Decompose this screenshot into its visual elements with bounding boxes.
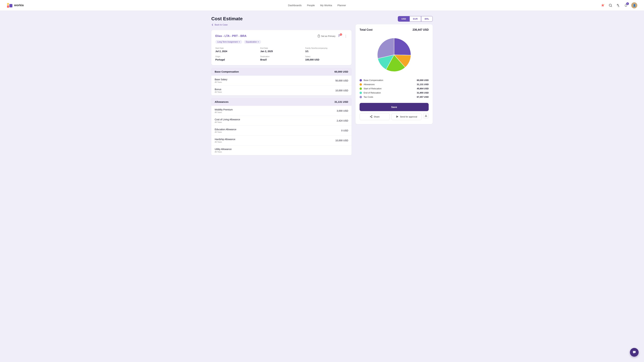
share-button[interactable]: Share — [360, 113, 390, 120]
nav-planner[interactable]: Planner — [338, 3, 346, 7]
allowances-header[interactable]: Allowances 31,131 USD — [211, 98, 352, 106]
line-item-hardship-allowance: Hardship Allowance All Years 10,000 USD — [211, 136, 352, 145]
send-icon — [396, 115, 399, 118]
detail-salary: Salary 100,000 USD — [305, 55, 348, 61]
translate-icon — [616, 4, 620, 7]
case-card: Elias - LTA - PRT - BRA Set as Primary — [211, 30, 352, 65]
right-panel: USD EUR BRL Total Cost 236,447 USD — [356, 16, 433, 158]
line-item-education-allowance: Education Allowance All Years 0 USD — [211, 126, 352, 136]
legend-label: End of Relocation — [364, 91, 381, 94]
ai-button[interactable] — [600, 3, 605, 8]
allowances-total: 31,131 USD — [334, 100, 348, 103]
legend-label: Allowances — [364, 83, 375, 86]
ai-icon — [601, 3, 604, 7]
legend-label: Base Compensation — [364, 79, 383, 81]
case-title: Elias - LTA - PRT - BRA — [215, 34, 246, 38]
svg-point-7 — [370, 116, 371, 117]
download-button[interactable] — [423, 113, 429, 118]
assignment-badge[interactable]: Long Term Assignment — [215, 40, 242, 44]
currency-eur-button[interactable]: EUR — [410, 16, 421, 22]
legend-item: Tax Costs 67,457 USD — [360, 96, 429, 98]
left-panel: Cost Estimate Back to Case Elias - LTA -… — [211, 16, 352, 158]
app-header: workia Dashboards People My Workia Plann… — [0, 0, 644, 11]
nav-my-workia[interactable]: My Workia — [320, 3, 332, 7]
legend-item: Allowances 31,131 USD — [360, 83, 429, 86]
workia-logo-icon — [7, 2, 13, 8]
svg-rect-4 — [318, 35, 320, 37]
back-to-case-link[interactable]: Back to Case — [211, 23, 352, 26]
legend-dot — [360, 87, 362, 90]
download-icon — [425, 114, 427, 117]
user-avatar[interactable]: 👤 — [631, 2, 637, 8]
equalization-badge[interactable]: Equalization — [244, 40, 261, 44]
base-compensation-section: Base Compensation 60,000 USD Base Salary… — [211, 68, 352, 95]
save-button[interactable]: Save — [360, 103, 429, 111]
search-button[interactable] — [608, 3, 613, 8]
total-cost-value: 236,447 USD — [412, 28, 429, 31]
share-icon — [370, 115, 372, 118]
allowances-title: Allowances — [215, 100, 228, 103]
logo[interactable]: workia — [7, 2, 24, 8]
action-row: Share Send for approval — [360, 113, 429, 120]
line-item-utility-allowance: Utility Allowance All Years — [211, 145, 352, 155]
set-primary-button[interactable]: Set as Primary — [318, 35, 336, 37]
legend-label: Start of Relocation — [364, 87, 382, 90]
legend-dot — [360, 79, 362, 81]
search-icon — [609, 4, 612, 7]
base-compensation-header[interactable]: Base Compensation 60,000 USD — [211, 68, 352, 75]
pie-chart-container — [360, 35, 429, 75]
currency-brl-button[interactable]: BRL — [421, 16, 433, 22]
detail-destination: Destination Brazil — [260, 55, 302, 61]
base-compensation-total: 60,000 USD — [334, 70, 348, 73]
svg-point-6 — [372, 117, 372, 118]
clipboard-icon — [318, 35, 320, 37]
chat-icon — [632, 350, 636, 354]
legend-item: Start of Relocation 45,904 USD — [360, 87, 429, 90]
main-nav: Dashboards People My Workia Planner — [34, 3, 600, 7]
flag-count: 1 — [340, 33, 342, 36]
case-badges: Long Term Assignment Equalization — [215, 40, 348, 44]
chevron-down-icon-2 — [258, 41, 259, 43]
cost-card: Total Cost 236,447 USD — [356, 24, 433, 124]
currency-usd-button[interactable]: USD — [398, 16, 410, 22]
legend-dot — [360, 92, 362, 94]
chat-button[interactable] — [630, 348, 639, 357]
header-actions: 1 👤 — [600, 2, 637, 8]
main-layout: Cost Estimate Back to Case Elias - LTA -… — [204, 11, 440, 163]
legend-value: 31,955 USD — [417, 91, 429, 94]
line-item-mobility-premium: Mobility Premium All Years 3,000 USD — [211, 106, 352, 116]
more-options-button[interactable]: ⋮ — [344, 34, 348, 38]
legend-value: 45,904 USD — [417, 87, 429, 90]
chevron-down-icon — [238, 41, 240, 43]
detail-end-date: End Date Jan 2, 2025 — [260, 47, 302, 53]
legend-dot — [360, 83, 362, 86]
translate-button[interactable] — [616, 3, 620, 8]
total-cost-label: Total Cost — [360, 28, 372, 31]
legend-label: Tax Costs — [364, 96, 373, 98]
svg-rect-0 — [7, 5, 9, 8]
page-title: Cost Estimate — [211, 16, 352, 21]
legend-value: 67,457 USD — [417, 96, 429, 98]
detail-family: Family Size/Accompanying 1/1 — [305, 47, 348, 53]
pie-chart-final — [374, 35, 414, 75]
flag-button[interactable]: 1 — [338, 34, 342, 38]
cost-legend: Base Compensation 60,000 USD Allowances … — [360, 79, 429, 98]
legend-value: 60,000 USD — [417, 79, 429, 81]
nav-people[interactable]: People — [307, 3, 315, 7]
base-compensation-title: Base Compensation — [215, 70, 239, 73]
legend-dot — [360, 96, 362, 98]
notifications-button[interactable]: 1 — [624, 3, 628, 8]
svg-point-5 — [372, 115, 372, 116]
nav-dashboards[interactable]: Dashboards — [288, 3, 302, 7]
currency-toggle: USD EUR BRL — [356, 16, 433, 22]
notification-count: 1 — [626, 2, 629, 5]
legend-item: End of Relocation 31,955 USD — [360, 91, 429, 94]
line-item-col-allowance: Cost of Living Allowance All Years 2,424… — [211, 116, 352, 126]
case-header: Elias - LTA - PRT - BRA Set as Primary — [215, 34, 348, 38]
case-details: Start Date Jul 2, 2024 End Date Jan 2, 2… — [215, 47, 348, 61]
line-item-base-salary: Base Salary All Years 50,000 USD — [211, 76, 352, 86]
send-approval-button[interactable]: Send for approval — [392, 113, 422, 120]
legend-item: Base Compensation 60,000 USD — [360, 79, 429, 81]
line-item-bonus: Bonus All Years 10,000 USD — [211, 86, 352, 95]
case-header-actions: Set as Primary 1 ⋮ — [318, 34, 348, 38]
